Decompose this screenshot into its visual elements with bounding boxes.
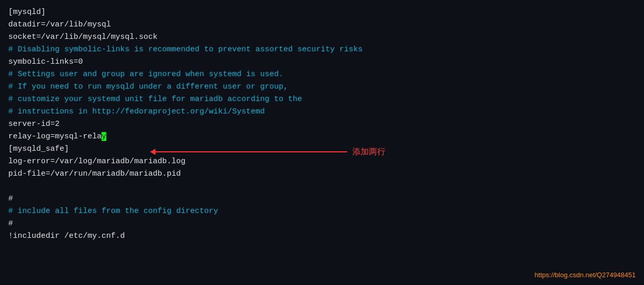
- cursor-highlight: y: [102, 132, 106, 141]
- code-line-9: # instructions in http://fedoraproject.o…: [8, 106, 636, 118]
- code-line-16: #: [8, 193, 636, 205]
- arrow-line: [150, 151, 347, 152]
- code-line-19: !includedir /etc/my.cnf.d: [8, 230, 636, 243]
- annotation-text: 添加两行: [352, 145, 385, 159]
- code-line-8: # customize your systemd unit file for m…: [8, 93, 636, 106]
- code-line-4: # Disabling symbolic-links is recommende…: [8, 44, 636, 56]
- code-line-15: [8, 180, 636, 193]
- code-line-17: # include all files from the config dire…: [8, 205, 636, 218]
- footer-link: https://blog.csdn.net/Q274948451: [535, 270, 636, 281]
- code-line-18: #: [8, 218, 636, 230]
- code-line-11: relay-log=mysql-relay: [8, 131, 636, 143]
- code-line-6: # Settings user and group are ignored wh…: [8, 68, 636, 81]
- code-line-1: [mysqld]: [8, 6, 636, 19]
- annotation-container: 添加两行: [150, 145, 385, 159]
- code-line-3: socket=/var/lib/mysql/mysql.sock: [8, 31, 636, 44]
- code-line-5: symbolic-links=0: [8, 56, 636, 68]
- code-line-7: # If you need to run mysqld under a diff…: [8, 81, 636, 93]
- code-line-14: pid-file=/var/run/mariadb/mariadb.pid: [8, 168, 636, 180]
- code-line-2: datadir=/var/lib/mysql: [8, 19, 636, 31]
- code-line-10: server-id=2: [8, 118, 636, 131]
- code-editor: [mysqld] datadir=/var/lib/mysql socket=/…: [0, 0, 644, 285]
